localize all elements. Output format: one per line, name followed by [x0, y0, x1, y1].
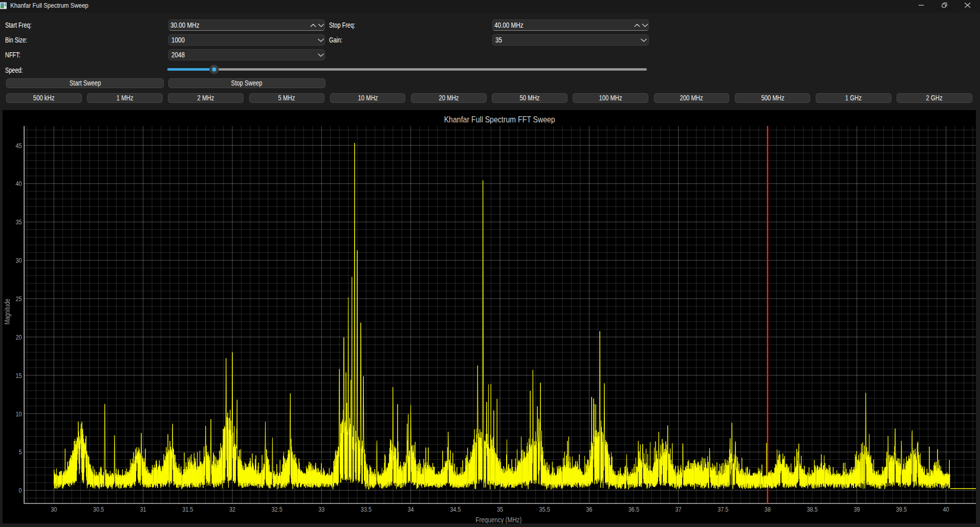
- svg-text:34: 34: [408, 505, 415, 513]
- svg-text:5: 5: [19, 448, 22, 456]
- svg-text:Magnitude: Magnitude: [3, 299, 11, 325]
- svg-text:33: 33: [318, 505, 324, 513]
- svg-text:10: 10: [16, 410, 22, 418]
- svg-text:Frequency (MHz): Frequency (MHz): [475, 516, 521, 523]
- svg-text:Khanfar Full Spectrum FFT Swee: Khanfar Full Spectrum FFT Sweep: [444, 115, 555, 124]
- svg-text:35: 35: [497, 505, 503, 513]
- svg-text:37: 37: [676, 505, 682, 513]
- svg-text:38.5: 38.5: [807, 505, 817, 513]
- svg-text:35.5: 35.5: [539, 505, 550, 513]
- svg-text:30: 30: [51, 505, 57, 513]
- svg-text:32: 32: [229, 505, 235, 513]
- svg-text:37.5: 37.5: [717, 505, 728, 513]
- svg-text:31.5: 31.5: [182, 505, 193, 513]
- svg-text:35: 35: [16, 218, 22, 226]
- svg-text:45: 45: [16, 142, 22, 150]
- svg-text:40: 40: [943, 505, 949, 513]
- svg-text:32.5: 32.5: [271, 505, 282, 513]
- svg-text:0: 0: [19, 487, 22, 494]
- svg-text:36: 36: [586, 505, 592, 513]
- svg-text:36.5: 36.5: [628, 505, 639, 513]
- svg-text:39: 39: [854, 505, 860, 513]
- svg-text:30.5: 30.5: [93, 505, 104, 513]
- svg-text:15: 15: [16, 372, 22, 380]
- svg-text:20: 20: [16, 333, 22, 341]
- svg-text:31: 31: [140, 505, 146, 513]
- svg-text:33.5: 33.5: [361, 505, 372, 513]
- svg-text:39.5: 39.5: [896, 505, 907, 513]
- svg-text:34.5: 34.5: [450, 505, 461, 513]
- svg-text:38: 38: [765, 505, 771, 513]
- svg-text:30: 30: [16, 257, 22, 264]
- svg-text:25: 25: [16, 295, 22, 303]
- svg-text:40: 40: [16, 180, 22, 187]
